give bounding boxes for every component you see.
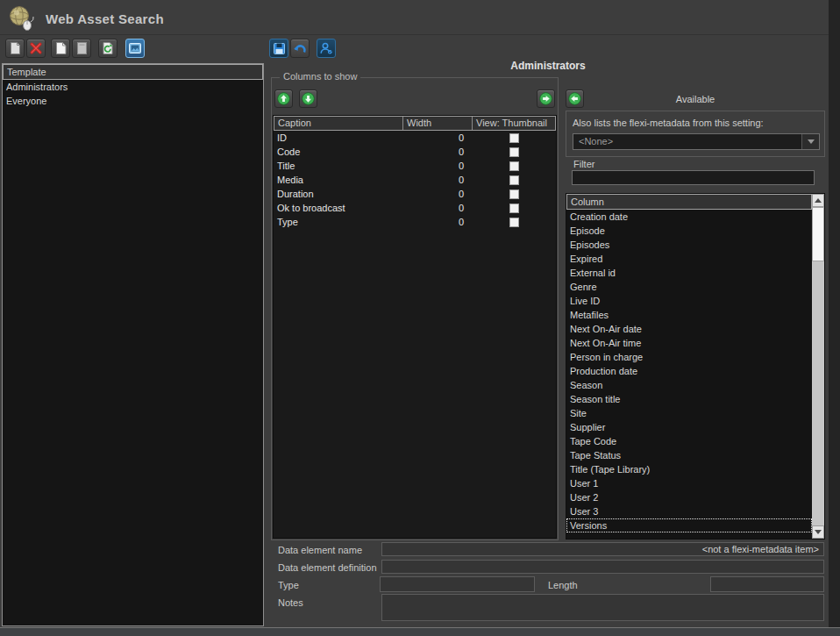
template-row[interactable]: Everyone <box>3 94 263 108</box>
window-bottom-edge <box>0 627 840 636</box>
available-column-row[interactable]: Creation date <box>566 210 812 224</box>
filter-input[interactable] <box>572 170 815 185</box>
available-column-row[interactable]: Next On-Air date <box>566 322 812 336</box>
columns-table-row[interactable]: ID0 <box>274 131 556 145</box>
refresh-button[interactable] <box>98 39 117 58</box>
app-title: Web Asset Search <box>46 11 164 26</box>
thumbnail-checkbox[interactable] <box>509 133 519 143</box>
columns-to-show-label: Columns to show <box>280 71 360 82</box>
available-column-row[interactable]: Metafiles <box>566 308 812 322</box>
copy-button[interactable] <box>51 39 70 58</box>
available-column-row[interactable]: Episodes <box>566 238 812 252</box>
length-field[interactable] <box>710 576 824 592</box>
columns-table-row[interactable]: Media0 <box>274 173 556 187</box>
column-view-cell <box>472 215 556 229</box>
user-permissions-button[interactable] <box>317 39 336 58</box>
template-list-header[interactable]: Template <box>3 64 263 80</box>
available-column-row[interactable]: Person in charge <box>566 350 812 364</box>
column-view-cell <box>472 145 556 159</box>
columns-table-row[interactable]: Duration0 <box>274 187 556 201</box>
thumbnail-checkbox[interactable] <box>509 204 519 213</box>
available-column-row[interactable]: Episode <box>566 224 812 238</box>
data-element-name-field[interactable]: <not a flexi-metadata item> <box>381 542 824 556</box>
paste-button[interactable] <box>72 39 91 58</box>
data-element-definition-field[interactable] <box>381 560 824 574</box>
available-column-row[interactable]: Season title <box>566 392 812 406</box>
template-panel: Template AdministratorsEveryone <box>2 63 264 626</box>
available-column-row[interactable]: Title (Tape Library) <box>566 462 812 476</box>
move-up-button[interactable] <box>274 89 293 108</box>
columns-table-row[interactable]: Code0 <box>274 145 556 159</box>
available-column-row[interactable]: User 1 <box>566 476 812 490</box>
move-down-button[interactable] <box>299 89 317 108</box>
available-column-row[interactable]: External id <box>566 266 812 280</box>
width-column-header[interactable]: Width <box>403 117 473 130</box>
available-column-row[interactable]: Next On-Air time <box>566 336 812 350</box>
column-width-cell: 0 <box>402 159 472 173</box>
web-asset-search-window: Web Asset Search <box>0 0 840 636</box>
thumbnail-view-icon <box>128 42 142 54</box>
column-list-header[interactable]: Column <box>566 194 812 210</box>
available-column-row[interactable]: Tape Status <box>566 448 812 462</box>
columns-table-row[interactable]: Type0 <box>274 215 556 229</box>
notes-field[interactable] <box>381 594 824 621</box>
column-width-cell: 0 <box>402 187 472 201</box>
available-column-row[interactable]: Site <box>566 406 812 420</box>
thumbnail-checkbox[interactable] <box>509 189 519 199</box>
column-view-cell <box>472 131 556 145</box>
columns-table-row[interactable]: Title0 <box>274 159 556 173</box>
column-view-cell <box>472 187 556 201</box>
chevron-up-icon <box>815 198 822 203</box>
undo-button[interactable] <box>290 39 310 58</box>
available-column-row[interactable]: User 3 <box>566 504 812 518</box>
thumbnail-view-button[interactable] <box>125 39 145 58</box>
save-button[interactable] <box>269 39 288 58</box>
available-column-row[interactable]: Tape Code <box>566 434 812 448</box>
available-column-row[interactable]: User 2 <box>566 490 812 504</box>
template-list: AdministratorsEveryone <box>3 80 263 108</box>
thumbnail-checkbox[interactable] <box>509 175 519 185</box>
dropdown-button[interactable] <box>801 134 819 149</box>
column-width-cell: 0 <box>402 131 472 145</box>
caption-column-header[interactable]: Caption <box>274 117 403 130</box>
scroll-up-button[interactable] <box>812 194 824 207</box>
length-label: Length <box>548 580 578 590</box>
available-list-scrollbar[interactable] <box>812 194 824 539</box>
flexi-setting-dropdown[interactable]: <None> <box>573 133 820 150</box>
column-caption-cell: Title <box>274 159 402 173</box>
new-item-button[interactable] <box>5 39 25 58</box>
available-label: Available <box>566 94 825 104</box>
available-column-row[interactable]: Season <box>566 378 812 392</box>
refresh-icon <box>101 41 115 55</box>
available-column-row[interactable]: Supplier <box>566 420 812 434</box>
column-caption-cell: Media <box>274 173 402 187</box>
notes-label: Notes <box>278 597 303 608</box>
available-column-row[interactable]: Expired <box>566 252 812 266</box>
column-width-cell: 0 <box>402 215 472 229</box>
template-row[interactable]: Administrators <box>3 80 263 94</box>
view-thumbnail-column-header[interactable]: View: Thumbnail <box>473 117 555 130</box>
flexi-setting-label: Also lists the flexi-metadata from this … <box>573 118 764 128</box>
thumbnail-checkbox[interactable] <box>509 218 519 227</box>
delete-button[interactable] <box>26 39 46 58</box>
available-column-row[interactable]: Versions <box>566 518 812 532</box>
available-column-row[interactable]: Live ID <box>566 294 812 308</box>
columns-table: Caption Width View: Thumbnail ID0Code0Ti… <box>273 115 557 539</box>
add-column-button[interactable] <box>537 89 555 108</box>
column-width-cell: 0 <box>402 201 472 215</box>
delete-icon <box>29 41 43 55</box>
chevron-down-icon <box>808 139 815 144</box>
available-column-row[interactable]: Production date <box>566 364 812 378</box>
thumbnail-checkbox[interactable] <box>509 161 519 171</box>
new-item-icon <box>9 41 22 55</box>
available-column-row[interactable]: Genre <box>566 280 812 294</box>
columns-table-row[interactable]: Ok to broadcast0 <box>274 201 556 215</box>
scrollbar-thumb[interactable] <box>812 207 824 261</box>
type-field[interactable] <box>380 576 535 592</box>
thumbnail-checkbox[interactable] <box>509 147 519 157</box>
chevron-down-icon <box>815 530 822 534</box>
data-element-definition-label: Data element definition <box>278 562 377 573</box>
scroll-down-button[interactable] <box>812 525 824 539</box>
title-bar: Web Asset Search <box>0 0 829 35</box>
user-permissions-icon <box>319 41 333 55</box>
